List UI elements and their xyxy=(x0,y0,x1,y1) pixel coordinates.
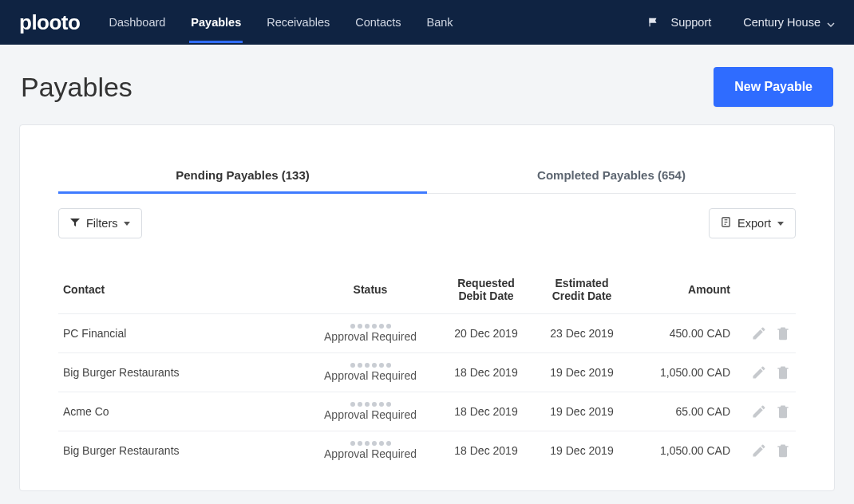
cell-credit-date: 19 Dec 2019 xyxy=(534,405,630,418)
nav-payables[interactable]: Payables xyxy=(189,2,243,43)
table-row[interactable]: Big Burger RestaurantsApproval Required1… xyxy=(58,352,796,392)
cell-status: Approval Required xyxy=(302,441,438,460)
status-dots-icon xyxy=(350,441,391,446)
tab-completed[interactable]: Completed Payables (654) xyxy=(427,160,796,193)
cell-status: Approval Required xyxy=(302,363,438,382)
page-header: Payables New Payable xyxy=(0,45,854,124)
filters-label: Filters xyxy=(86,217,117,230)
cell-status: Approval Required xyxy=(302,324,438,343)
edit-icon[interactable] xyxy=(751,443,767,459)
export-button[interactable]: Export xyxy=(709,208,796,238)
cell-debit-date: 18 Dec 2019 xyxy=(438,366,534,379)
cell-amount: 65.00 CAD xyxy=(630,405,740,418)
tab-pending[interactable]: Pending Payables (133) xyxy=(58,160,427,193)
company-name: Century House xyxy=(743,16,820,29)
table-toolbar: Filters Export xyxy=(58,208,796,238)
cell-actions xyxy=(740,364,791,380)
cell-contact: Big Burger Restaurants xyxy=(63,366,302,379)
cell-debit-date: 20 Dec 2019 xyxy=(438,327,534,340)
cell-amount: 450.00 CAD xyxy=(630,327,740,340)
flag-icon xyxy=(648,17,662,28)
status-label: Approval Required xyxy=(324,447,417,460)
status-label: Approval Required xyxy=(324,330,417,343)
edit-icon[interactable] xyxy=(751,404,767,419)
col-amount: Amount xyxy=(630,283,740,296)
filter-icon xyxy=(70,217,80,230)
payables-tabs: Pending Payables (133) Completed Payable… xyxy=(58,160,796,194)
company-dropdown[interactable]: Century House xyxy=(743,16,835,29)
page-title: Payables xyxy=(21,72,132,103)
cell-contact: Big Burger Restaurants xyxy=(63,444,302,457)
cell-status: Approval Required xyxy=(302,402,438,421)
status-dots-icon xyxy=(350,363,391,368)
nav-contacts[interactable]: Contacts xyxy=(354,2,402,43)
table-row[interactable]: Acme CoApproval Required18 Dec 201919 De… xyxy=(58,392,796,431)
nav-links: Dashboard Payables Receivables Contacts … xyxy=(107,2,454,43)
status-dots-icon xyxy=(350,324,391,329)
delete-icon[interactable] xyxy=(775,404,791,419)
delete-icon[interactable] xyxy=(775,443,791,459)
col-status: Status xyxy=(302,283,438,296)
new-payable-button[interactable]: New Payable xyxy=(714,67,833,107)
table-row[interactable]: PC FinancialApproval Required20 Dec 2019… xyxy=(58,313,796,352)
cell-contact: Acme Co xyxy=(63,405,302,418)
status-label: Approval Required xyxy=(324,408,417,421)
cell-actions xyxy=(740,404,791,419)
cell-amount: 1,050.00 CAD xyxy=(630,444,740,457)
export-label: Export xyxy=(737,217,771,230)
cell-actions xyxy=(740,443,791,459)
caret-down-icon xyxy=(124,222,130,226)
delete-icon[interactable] xyxy=(775,325,791,341)
payables-table: Contact Status Requested Debit Date Esti… xyxy=(58,267,796,470)
logo: plooto xyxy=(19,10,80,35)
cell-contact: PC Financial xyxy=(63,327,302,340)
cell-credit-date: 19 Dec 2019 xyxy=(534,366,630,379)
table-header: Contact Status Requested Debit Date Esti… xyxy=(58,267,796,313)
filters-button[interactable]: Filters xyxy=(58,208,142,238)
export-icon xyxy=(721,217,731,230)
svg-rect-0 xyxy=(650,18,650,27)
cell-debit-date: 18 Dec 2019 xyxy=(438,444,534,457)
cell-credit-date: 23 Dec 2019 xyxy=(534,327,630,340)
cell-actions xyxy=(740,325,791,341)
nav-bank[interactable]: Bank xyxy=(425,2,454,43)
support-label: Support xyxy=(670,16,711,29)
top-nav: plooto Dashboard Payables Receivables Co… xyxy=(0,0,854,45)
delete-icon[interactable] xyxy=(775,364,791,380)
caret-down-icon xyxy=(777,222,784,226)
nav-dashboard[interactable]: Dashboard xyxy=(107,2,167,43)
edit-icon[interactable] xyxy=(751,325,767,341)
cell-debit-date: 18 Dec 2019 xyxy=(438,405,534,418)
col-contact: Contact xyxy=(63,283,302,296)
col-credit: Estimated Credit Date xyxy=(534,277,630,302)
cell-amount: 1,050.00 CAD xyxy=(630,366,740,379)
payables-card: Pending Payables (133) Completed Payable… xyxy=(19,124,835,491)
status-dots-icon xyxy=(350,402,391,407)
chevron-down-icon xyxy=(827,18,835,26)
status-label: Approval Required xyxy=(324,369,417,382)
col-debit: Requested Debit Date xyxy=(438,277,534,302)
support-link[interactable]: Support xyxy=(648,16,711,29)
edit-icon[interactable] xyxy=(751,364,767,380)
cell-credit-date: 19 Dec 2019 xyxy=(534,444,630,457)
nav-receivables[interactable]: Receivables xyxy=(265,2,331,43)
table-row[interactable]: Big Burger RestaurantsApproval Required1… xyxy=(58,431,796,470)
